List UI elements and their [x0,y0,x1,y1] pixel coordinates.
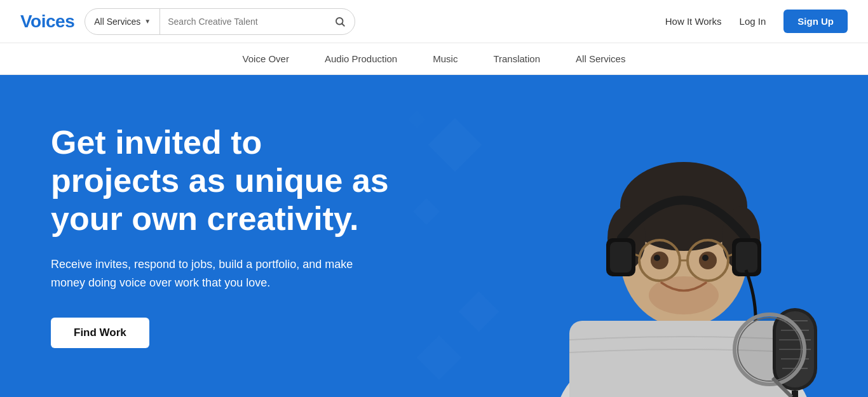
svg-rect-21 [610,242,632,273]
svg-point-19 [649,276,719,314]
hero-section: Get invited to projects as unique as you… [0,75,868,397]
search-icon [334,16,346,27]
hero-person-illustration [519,86,849,397]
search-input[interactable] [160,17,325,27]
svg-point-18 [702,255,709,261]
svg-point-16 [699,252,717,269]
nav-item-translation[interactable]: Translation [493,51,540,67]
search-button[interactable] [325,9,355,34]
how-it-works-link[interactable]: How It Works [665,16,722,27]
svg-line-1 [342,24,344,25]
login-button[interactable]: Log In [740,16,766,27]
site-header: Voices All Services ▼ How It Works Log I… [0,0,868,43]
header-left: Voices All Services ▼ [20,8,355,35]
nav-item-voice-over[interactable]: Voice Over [243,51,289,67]
svg-point-17 [654,255,660,261]
nav-item-music[interactable]: Music [433,51,458,67]
hero-image [499,75,868,397]
svg-point-15 [651,252,668,269]
hero-content: Get invited to projects as unique as you… [0,86,445,386]
site-logo[interactable]: Voices [20,11,74,32]
nav-item-all-services[interactable]: All Services [576,51,625,67]
signup-button[interactable]: Sign Up [783,10,848,33]
header-right: How It Works Log In Sign Up [665,10,848,33]
svg-rect-23 [736,242,757,273]
hero-title: Get invited to projects as unique as you… [51,124,394,238]
services-dropdown[interactable]: All Services ▼ [85,9,160,34]
svg-point-35 [738,318,801,381]
search-bar: All Services ▼ [85,8,355,35]
dropdown-label: All Services [94,17,140,27]
hero-subtitle: Receive invites, respond to jobs, build … [51,255,381,292]
chevron-down-icon: ▼ [144,18,151,25]
sub-navigation: Voice Over Audio Production Music Transl… [0,43,868,75]
find-work-button[interactable]: Find Work [51,318,149,348]
nav-item-audio-production[interactable]: Audio Production [325,51,397,67]
